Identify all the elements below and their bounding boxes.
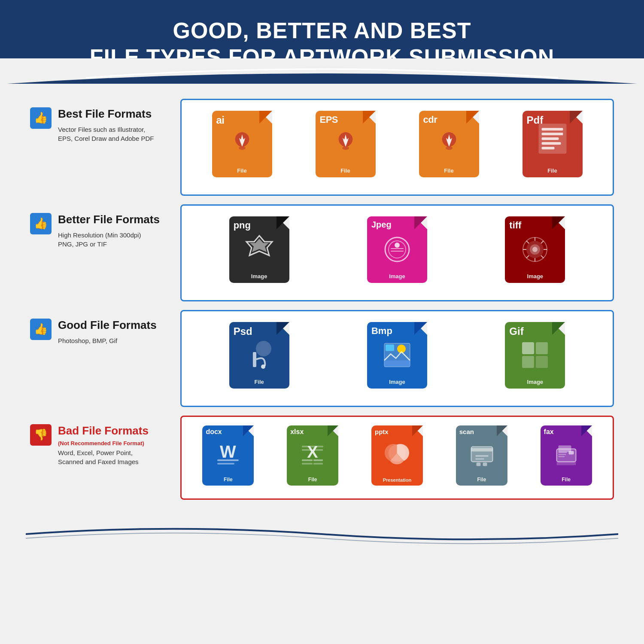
better-row: 👍 Better File Formats High Resolution (M… xyxy=(34,204,614,301)
file-docx: docx W File xyxy=(200,425,256,490)
better-title: Better File Formats xyxy=(58,213,172,226)
svg-rect-60 xyxy=(558,452,567,453)
svg-rect-37 xyxy=(522,356,534,368)
file-psd: Psd File xyxy=(225,322,294,395)
svg-rect-38 xyxy=(536,356,548,368)
svg-point-30 xyxy=(261,365,265,369)
svg-rect-6 xyxy=(541,137,559,140)
svg-rect-43 xyxy=(302,446,323,447)
bottom-swoosh xyxy=(26,521,618,547)
svg-line-25 xyxy=(541,255,544,258)
svg-rect-46 xyxy=(302,459,313,461)
bad-icons-area: docx W File xlsx xyxy=(180,416,614,500)
svg-point-28 xyxy=(256,341,271,356)
svg-rect-15 xyxy=(391,251,404,252)
svg-rect-56 xyxy=(483,462,487,466)
svg-rect-5 xyxy=(541,133,563,135)
file-tiff: tiff xyxy=(501,216,569,289)
file-jpeg: Jpeg Image xyxy=(363,216,431,289)
svg-rect-47 xyxy=(313,459,323,461)
good-icons-area: Psd File Bmp xyxy=(180,310,614,407)
main-bg: GOOD, BETTER AND BEST FILE TYPES FOR ART… xyxy=(0,0,644,644)
best-row: 👍 Best File Formats Vector Files such as… xyxy=(34,99,614,196)
svg-rect-49 xyxy=(313,463,323,465)
header-section: GOOD, BETTER AND BEST FILE TYPES FOR ART… xyxy=(0,0,644,84)
svg-rect-54 xyxy=(475,458,484,459)
file-ai: ai File xyxy=(208,111,276,184)
bad-thumb-icon: 👎 xyxy=(30,424,52,446)
best-title: Best File Formats xyxy=(58,107,172,121)
svg-point-2 xyxy=(446,146,453,150)
bad-label-area: 👎 Bad File Formats (Not Recommended File… xyxy=(34,416,180,500)
good-thumb-icon: 👍 xyxy=(30,319,52,340)
svg-rect-7 xyxy=(541,142,561,145)
svg-point-1 xyxy=(342,146,349,150)
best-desc: Vector Files such as Illustrator,EPS, Co… xyxy=(58,125,172,143)
svg-point-13 xyxy=(395,243,400,248)
svg-rect-48 xyxy=(302,463,313,465)
file-scan: scan File xyxy=(454,425,510,490)
svg-rect-41 xyxy=(217,463,234,465)
svg-rect-53 xyxy=(475,455,488,456)
file-bmp: Bmp Image xyxy=(363,322,431,395)
file-eps: EPS File xyxy=(311,111,380,184)
file-xlsx: xlsx X File xyxy=(285,425,340,490)
file-png: png Image xyxy=(225,216,294,289)
svg-rect-40 xyxy=(217,459,239,461)
svg-rect-59 xyxy=(568,451,574,454)
better-thumb-icon: 👍 xyxy=(30,213,52,234)
best-thumb-icon: 👍 xyxy=(30,107,52,129)
svg-text:W: W xyxy=(220,442,237,461)
svg-point-19 xyxy=(532,247,538,252)
svg-rect-4 xyxy=(541,128,563,131)
svg-rect-63 xyxy=(556,462,576,465)
good-label-area: 👍 Good File Formats Photoshop, BMP, Gif xyxy=(34,310,180,407)
best-icons-area: ai File EPS xyxy=(180,99,614,196)
svg-rect-44 xyxy=(302,449,313,451)
best-label-area: 👍 Best File Formats Vector Files such as… xyxy=(34,99,180,196)
content-area: 👍 Best File Formats Vector Files such as… xyxy=(0,84,644,517)
good-desc: Photoshop, BMP, Gif xyxy=(58,336,172,345)
svg-rect-61 xyxy=(558,454,566,455)
svg-line-26 xyxy=(541,241,544,243)
svg-rect-35 xyxy=(522,342,534,354)
svg-rect-14 xyxy=(391,248,404,249)
good-row: 👍 Good File Formats Photoshop, BMP, Gif … xyxy=(34,310,614,407)
bad-title: Bad File Formats xyxy=(58,424,172,437)
better-label-area: 👍 Better File Formats High Resolution (M… xyxy=(34,204,180,301)
file-cdr: cdr File xyxy=(415,111,483,184)
svg-line-24 xyxy=(526,241,529,243)
svg-line-27 xyxy=(526,255,529,258)
svg-rect-45 xyxy=(313,449,323,451)
file-pptx: pptx Presentation xyxy=(369,425,425,490)
file-fax: fax File xyxy=(538,425,594,490)
svg-rect-29 xyxy=(253,352,256,367)
svg-rect-36 xyxy=(536,342,548,354)
svg-rect-8 xyxy=(541,147,554,149)
good-title: Good File Formats xyxy=(58,319,172,332)
svg-rect-34 xyxy=(384,361,410,367)
svg-marker-10 xyxy=(250,239,269,252)
svg-rect-62 xyxy=(558,456,565,457)
bad-subtitle: (Not Recommended File Format) xyxy=(58,440,172,447)
svg-rect-52 xyxy=(471,448,492,451)
better-icons-area: png Image Jpeg xyxy=(180,204,614,301)
svg-rect-32 xyxy=(386,345,394,351)
svg-rect-55 xyxy=(476,462,480,466)
svg-point-0 xyxy=(239,146,246,150)
svg-rect-58 xyxy=(558,445,571,452)
file-gif: Gif Image xyxy=(501,322,569,395)
bad-row: 👎 Bad File Formats (Not Recommended File… xyxy=(34,416,614,500)
file-pdf: Pdf File xyxy=(518,111,587,184)
bad-desc: Word, Excel, Power Point,Scanned and Fax… xyxy=(58,448,172,466)
header-swoosh xyxy=(0,58,644,84)
better-desc: High Resolution (Min 300dpi)PNG, JPG or … xyxy=(58,231,172,249)
